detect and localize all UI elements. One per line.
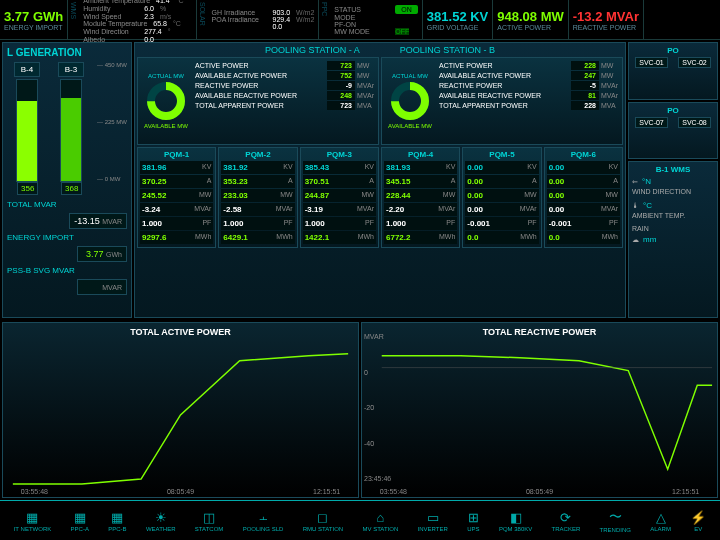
reactive-power-chart[interactable]: TOTAL REACTIVE POWER MVAR 0 -20 -40 23:4… — [361, 322, 718, 498]
charts-row: TOTAL ACTIVE POWER 03:55:4808:05:4912:15… — [0, 320, 720, 500]
top-bar: 3.77 GWh ENERGY IMPORT WMS Ambient Tempe… — [0, 0, 720, 40]
wms-group: Ambient Temperature41.4°CHumidity6.0%Win… — [79, 0, 196, 39]
nav-tracker[interactable]: ⟳TRACKER — [552, 510, 581, 532]
main-area: L GENERATION B-4356B-3368 --- 450 MW--- … — [0, 40, 720, 320]
pooling-headers: POOLING STATION - A POOLING STATION - B — [137, 45, 623, 55]
generation-bar: B-4356 — [7, 62, 47, 182]
right-column: PO SVC-01 SVC-02 PO SVC-07 SVC-08 B-1 WM… — [628, 42, 718, 318]
wms-title: B-1 WMS — [632, 165, 714, 174]
ppc-group: STATUSONMODEPF-ONMW MODEOFF — [330, 0, 423, 39]
rain-icon: ☁ — [632, 236, 639, 244]
energy-import-value: 3.77 GWh — [4, 9, 63, 24]
solar-row: 0.0 — [212, 23, 315, 30]
nav-pooling-sld[interactable]: ⫠POOLING SLD — [243, 510, 284, 532]
nav-ups[interactable]: ⊞UPS — [467, 510, 479, 532]
chart-right-xaxis: 03:55:4808:05:4912:15:51 — [380, 488, 700, 495]
pqm-card[interactable]: PQM-1381.96KV370.25A245.52MW-3.24MVAr1.0… — [137, 147, 216, 248]
ppc-row: MODE — [334, 14, 418, 21]
nav-ev[interactable]: ⚡EV — [690, 510, 706, 532]
wind-icon: ⇐ — [632, 178, 638, 186]
solar-row: GH Irradiance903.0W/m2 — [212, 9, 315, 16]
wms-row: Ambient Temperature41.4°C — [83, 0, 183, 4]
nav-inverter[interactable]: ▭INVERTER — [418, 510, 448, 532]
nav-it-network[interactable]: ▦IT NETWORK — [14, 510, 52, 532]
wms-row: Humidity6.0% — [83, 5, 183, 12]
nav-pqm-380kv[interactable]: ◧PQM 380KV — [499, 510, 532, 532]
chart-title-right: TOTAL REACTIVE POWER — [483, 327, 597, 337]
grid-voltage-label: GRID VOLTAGE — [427, 24, 488, 31]
grid-voltage-value: 381.52 KV — [427, 9, 488, 24]
wms-box: B-1 WMS ⇐°N WIND DIRECTION 🌡°C AMBIENT T… — [628, 161, 718, 318]
svc-08[interactable]: SVC-08 — [678, 117, 711, 128]
nav-ppc-b[interactable]: ▦PPC-B — [108, 510, 126, 532]
wind-value: °N — [642, 177, 651, 186]
nav-rmu-station[interactable]: ◻RMU STATION — [303, 510, 343, 532]
nav-mv-station[interactable]: ⌂MV STATION — [362, 510, 398, 532]
pqm-card[interactable]: PQM-4381.93KV345.15A228.44MW-2.20MVAr1.0… — [381, 147, 460, 248]
generation-bar: B-3368 — [51, 62, 91, 182]
nav-weather[interactable]: ☀WEATHER — [146, 510, 176, 532]
pooling-body: ACTUAL MWAVAILABLE MWACTIVE POWER723MWAV… — [137, 57, 623, 145]
wms-tag: WMS — [68, 0, 79, 39]
solar-row: POA Irradiance929.4W/m2 — [212, 16, 315, 23]
active-power-box: 948.08 MW ACTIVE POWER — [493, 0, 568, 39]
generation-bars: B-4356B-3368 --- 450 MW--- 225 MW--- 0 M… — [7, 62, 127, 182]
pqm-card[interactable]: PQM-50.00KV0.00A0.00MW0.00MVAr-0.001PF0.… — [462, 147, 541, 248]
pool-section: ACTUAL MWAVAILABLE MWACTIVE POWER228MWAV… — [381, 57, 623, 145]
svc-box-1: PO SVC-01 SVC-02 — [628, 42, 718, 100]
bottom-nav: ▦IT NETWORK▦PPC-A▦PPC-B☀WEATHER◫STATCOM⫠… — [0, 500, 720, 540]
svc-02[interactable]: SVC-02 — [678, 57, 711, 68]
wind-label: WIND DIRECTION — [632, 188, 714, 195]
solar-group: GH Irradiance903.0W/m2POA Irradiance929.… — [208, 0, 320, 39]
solar-tag: SOLAR — [197, 0, 208, 39]
ppc-tag: PPC — [319, 0, 330, 39]
chart-right-yaxis: MVAR 0 -20 -40 23:45:46 — [364, 333, 391, 482]
gen-stat-row: TOTAL MVAR — [7, 200, 127, 209]
active-power-chart[interactable]: TOTAL ACTIVE POWER 03:55:4808:05:4912:15… — [2, 322, 359, 498]
reactive-power-box: -13.2 MVAr REACTIVE POWER — [569, 0, 644, 39]
svc-07[interactable]: SVC-07 — [635, 117, 668, 128]
svc-box-2: PO SVC-07 SVC-08 — [628, 102, 718, 160]
nav-trending[interactable]: 〜TRENDING — [600, 508, 631, 533]
svc-row-1: SVC-01 SVC-02 — [632, 57, 714, 68]
ppc-row: STATUSON — [334, 5, 418, 14]
ppc-row: PF-ON — [334, 21, 418, 28]
wms-row: Module Temperature65.8°C — [83, 20, 183, 27]
temp-label: AMBIENT TEMP. — [632, 212, 714, 219]
chart-left-xaxis: 03:55:4808:05:4912:15:51 — [21, 488, 341, 495]
pooling-panel: POOLING STATION - A POOLING STATION - B … — [134, 42, 626, 318]
bars-scale: --- 450 MW--- 225 MW--- 0 MW — [95, 62, 127, 182]
pqm-card[interactable]: PQM-60.00KV0.00A0.00MW0.00MVAr-0.001PF0.… — [544, 147, 623, 248]
nav-statcom[interactable]: ◫STATCOM — [195, 510, 223, 532]
pqm-card[interactable]: PQM-2381.92KV353.23A233.03MW-2.58MVAr1.0… — [218, 147, 297, 248]
po-label-2: PO — [632, 106, 714, 115]
rain-label: RAIN — [632, 225, 714, 232]
active-power-label: ACTIVE POWER — [497, 24, 563, 31]
rain-value: mm — [643, 235, 656, 244]
gen-stat-row: ENERGY IMPORT — [7, 233, 127, 242]
reactive-power-label: REACTIVE POWER — [573, 24, 639, 31]
generation-panel: L GENERATION B-4356B-3368 --- 450 MW--- … — [2, 42, 132, 318]
nav-ppc-a[interactable]: ▦PPC-A — [71, 510, 89, 532]
pqm-grid: PQM-1381.96KV370.25A245.52MW-3.24MVAr1.0… — [137, 147, 623, 248]
reactive-power-value: -13.2 MVAr — [573, 9, 639, 24]
temp-value: °C — [643, 201, 652, 210]
energy-import-label: ENERGY IMPORT — [4, 24, 63, 31]
generation-title: L GENERATION — [7, 47, 127, 58]
generation-stats: TOTAL MVAR-13.15 MVARENERGY IMPORT3.77 G… — [7, 200, 127, 295]
pool-b-title: POOLING STATION - B — [400, 45, 495, 55]
pool-section: ACTUAL MWAVAILABLE MWACTIVE POWER723MWAV… — [137, 57, 379, 145]
ppc-row: MW MODEOFF — [334, 28, 418, 35]
nav-alarm[interactable]: △ALARM — [650, 510, 671, 532]
active-power-value: 948.08 MW — [497, 9, 563, 24]
thermometer-icon: 🌡 — [632, 202, 639, 209]
pqm-card[interactable]: PQM-3385.43KV370.51A244.87MW-3.19MVAr1.0… — [300, 147, 379, 248]
grid-voltage-box: 381.52 KV GRID VOLTAGE — [423, 0, 493, 39]
chart-title-left: TOTAL ACTIVE POWER — [130, 327, 231, 337]
svc-01[interactable]: SVC-01 — [635, 57, 668, 68]
gen-stat-row: PSS-B SVG MVAR — [7, 266, 127, 275]
wms-row: Wind Direction277.4° — [83, 28, 183, 35]
svc-row-2: SVC-07 SVC-08 — [632, 117, 714, 128]
wms-row: Wind Speed2.3m/s — [83, 13, 183, 20]
po-label-1: PO — [632, 46, 714, 55]
